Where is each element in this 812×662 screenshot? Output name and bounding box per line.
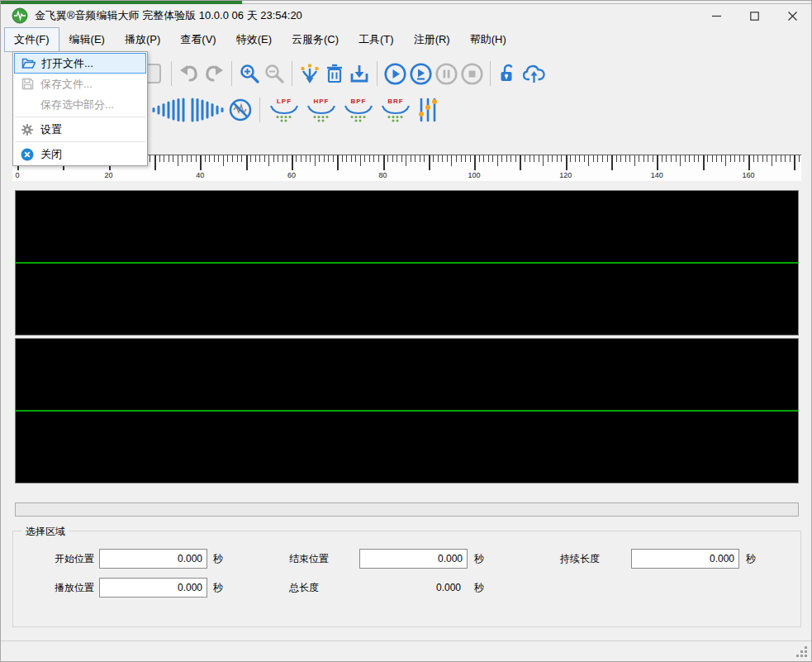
undo-button[interactable] [178, 63, 200, 84]
filter-bpf-button[interactable]: BPF [342, 98, 375, 123]
ruler-tick [283, 155, 283, 162]
playback-position-input[interactable] [99, 578, 207, 598]
ruler-tick [492, 155, 493, 162]
close-button[interactable] [773, 4, 811, 27]
duration-unit: 秒 [746, 549, 756, 569]
minimize-button[interactable] [697, 4, 735, 27]
ruler-tick [698, 155, 699, 162]
start-position-input[interactable] [99, 549, 207, 569]
open-folder-icon [15, 57, 41, 69]
ruler-tick [250, 155, 251, 162]
ruler-tick [150, 155, 150, 162]
ruler-tick [200, 155, 202, 170]
menu-effects[interactable]: 特效(E) [226, 27, 282, 52]
delete-button[interactable] [324, 63, 345, 84]
ruler-tick [369, 155, 370, 162]
ruler-tick-label: 100 [468, 171, 481, 179]
filter-brf-button[interactable]: BRF [379, 98, 412, 123]
ruler-tick [785, 155, 786, 162]
ruler-tick [433, 155, 434, 162]
menu-item-save-selection[interactable]: 保存选中部分... [14, 94, 146, 115]
pause-button[interactable] [435, 63, 458, 85]
ruler-tick [689, 155, 690, 162]
fade-in-button[interactable] [151, 98, 186, 122]
selection-groupbox: 选择区域 开始位置 秒 结束位置 秒 持续长度 秒 播放位置 秒 总长度 0.0… [12, 531, 801, 627]
ruler-tick [520, 155, 521, 170]
ruler-tick [584, 155, 585, 162]
ruler-tick [306, 155, 306, 162]
cloud-upload-button[interactable] [522, 63, 546, 84]
toolbar-separator [259, 98, 260, 122]
import-icon [349, 63, 370, 84]
redo-button[interactable] [203, 63, 225, 84]
menu-item-settings[interactable]: 设置 [14, 119, 146, 140]
ruler-tick [355, 155, 356, 162]
ruler-tick [328, 155, 329, 162]
ruler-tick [561, 155, 562, 162]
play-file-button[interactable] [410, 63, 432, 85]
toolbar-row-2: LPF HPF BPF [151, 92, 439, 128]
waveform-centerline [16, 410, 798, 412]
end-position-unit: 秒 [474, 549, 484, 569]
ruler-tick [772, 155, 772, 166]
end-position-input[interactable] [359, 549, 468, 569]
start-position-label: 开始位置 [55, 549, 94, 569]
maximize-button[interactable] [735, 4, 773, 27]
ruler-tick [209, 155, 210, 162]
play-button[interactable] [384, 63, 406, 85]
filter-lpf-button[interactable]: LPF [268, 98, 301, 123]
ruler-tick [629, 155, 630, 162]
denoise-button[interactable] [229, 98, 252, 121]
equalizer-button[interactable] [416, 97, 439, 123]
resize-grip[interactable] [795, 645, 808, 658]
ruler-tick [648, 155, 648, 162]
menu-help[interactable]: 帮助(H) [460, 27, 516, 52]
filter-hpf-button[interactable]: HPF [305, 98, 338, 123]
ruler-tick [597, 155, 598, 162]
ruler-tick [739, 155, 740, 162]
ruler-tick-label: 40 [196, 171, 204, 179]
app-logo-icon [12, 7, 28, 24]
menu-item-label: 保存文件... [40, 77, 93, 92]
ruler-tick [539, 155, 539, 162]
menu-item-label: 打开文件... [41, 56, 93, 71]
ruler-tick [506, 155, 507, 162]
menu-play[interactable]: 播放(P) [115, 27, 170, 52]
filter-bpf-label: BPF [351, 98, 367, 105]
ruler-tick [685, 155, 686, 162]
ruler-tick [214, 155, 215, 162]
ruler-tick [721, 155, 722, 162]
ruler-tick [278, 155, 278, 162]
fade-out-button[interactable] [190, 98, 225, 122]
menu-item-save-file[interactable]: 保存文件... [14, 74, 146, 94]
stop-button[interactable] [461, 63, 483, 85]
menu-view[interactable]: 查看(V) [170, 27, 226, 52]
menu-file[interactable]: 文件(F) [4, 27, 59, 52]
app-window: 金飞翼®音频编辑大师 完整体验版 10.0.0 06 天 23:54:20 文件… [0, 0, 812, 662]
menu-item-open-file[interactable]: 打开文件... [14, 53, 146, 74]
waveform-channel-right[interactable] [15, 338, 799, 483]
waveform-channel-left[interactable] [15, 190, 799, 336]
menu-register[interactable]: 注册(R) [404, 27, 460, 52]
ruler-tick [315, 155, 316, 166]
menu-tools[interactable]: 工具(T) [349, 27, 404, 52]
ruler-tick [712, 155, 713, 162]
ruler-tick [237, 155, 238, 162]
merge-button[interactable] [299, 63, 321, 84]
total-length-label: 总长度 [289, 578, 319, 598]
menu-cloud[interactable]: 云服务(C) [282, 27, 349, 52]
waveform-centerline [16, 262, 798, 264]
menu-item-close[interactable]: 关闭 [14, 144, 146, 164]
zoom-in-button[interactable] [239, 63, 260, 84]
ruler-tick [178, 155, 178, 166]
zoom-out-button[interactable] [264, 63, 285, 84]
menu-edit[interactable]: 编辑(E) [59, 27, 115, 52]
filter-brf-label: BRF [387, 98, 403, 105]
lock-button[interactable] [497, 63, 519, 84]
ruler-tick [762, 155, 763, 162]
ruler-tick [241, 155, 242, 162]
import-button[interactable] [349, 63, 370, 84]
duration-input[interactable] [631, 549, 739, 569]
ruler-tick [205, 155, 206, 162]
ruler-tick [461, 155, 462, 162]
